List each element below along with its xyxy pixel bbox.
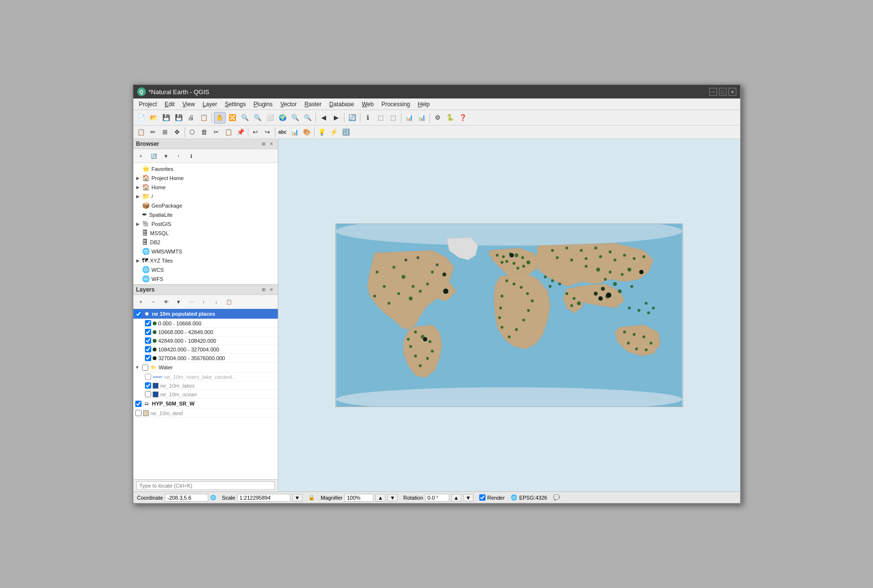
menu-help[interactable]: Help (414, 100, 434, 109)
layer-pop-sub-2[interactable]: 42849.000 - 108420.000 (143, 336, 278, 345)
redo-btn[interactable]: ↪ (262, 126, 273, 138)
rotation-up-btn[interactable]: ▲ (451, 494, 461, 502)
python-btn[interactable]: 🐍 (444, 112, 456, 124)
layer-remove-btn[interactable]: − (148, 296, 159, 308)
layer-pop-sub-3[interactable]: 108420.000 - 327004.000 (143, 345, 278, 354)
zoom-in-btn[interactable]: 🔍 (239, 112, 251, 124)
layer-land-cb[interactable] (135, 410, 142, 416)
layer-populated-places-cb[interactable] (135, 311, 142, 317)
layer-ocean[interactable]: ne_10m_ocean (143, 390, 278, 399)
action-btn[interactable]: ⚡ (328, 126, 340, 138)
print-layout-btn[interactable]: 🖨 (186, 112, 197, 124)
tree-geopackage[interactable]: 📦 GeoPackage (134, 201, 277, 210)
attr-table-btn[interactable]: 📊 (403, 112, 415, 124)
layer-pop-sub-1[interactable]: 10668.000 - 42849.000 (143, 328, 278, 336)
layer-pop-sub-4[interactable]: 327004.000 - 35676000.000 (143, 354, 278, 363)
menu-view[interactable]: View (179, 100, 199, 109)
browser-filter-btn[interactable]: ▼ (160, 150, 172, 162)
calc-btn[interactable]: 🔢 (340, 126, 352, 138)
layer-populated-places[interactable]: ⬟ ne 10m populated places (133, 309, 278, 319)
undo-btn[interactable]: ↩ (250, 126, 261, 138)
layer-water-group[interactable]: ▼ 📁 Water (133, 363, 278, 373)
digitize-btn[interactable]: ✏ (147, 126, 159, 138)
window-controls[interactable]: ─ □ ✕ (709, 88, 736, 96)
minimize-button[interactable]: ─ (709, 88, 717, 96)
layer-hyp[interactable]: 🗂 HYP_50M_SR_W (133, 399, 278, 409)
layers-panel-controls[interactable]: ⊞ ✕ (260, 286, 275, 293)
save-project-btn[interactable]: 💾 (160, 112, 172, 124)
layer-visibility-btn[interactable]: 👁 (160, 296, 172, 308)
browser-refresh-btn[interactable]: 🔄 (148, 150, 159, 162)
map-area[interactable] (278, 139, 740, 491)
tree-root[interactable]: ▶ 📁 / (134, 192, 277, 201)
tree-wms[interactable]: 🌐 WMS/WMTS (134, 247, 277, 256)
identify-btn[interactable]: ℹ (362, 112, 374, 124)
layer-down-btn[interactable]: ↓ (211, 296, 222, 308)
node-tool-btn[interactable]: ⬡ (186, 126, 198, 138)
browser-info-btn[interactable]: ℹ (186, 150, 197, 162)
move-feature-btn[interactable]: ✥ (172, 126, 183, 138)
layer-pop-sub-0-cb[interactable] (145, 320, 151, 326)
magnifier-input[interactable] (344, 494, 373, 502)
tree-postgis[interactable]: ▶ 🐘 PostGIS (134, 219, 277, 228)
statistics-btn[interactable]: 📊 (416, 112, 428, 124)
scale-input[interactable] (237, 494, 290, 502)
menu-plugins[interactable]: Plugins (250, 100, 276, 109)
browser-close-btn[interactable]: ✕ (268, 140, 275, 147)
zoom-rubber-btn[interactable]: ⬜ (264, 112, 276, 124)
tree-mssql[interactable]: 🗄 MSSQL (134, 228, 277, 238)
menu-web[interactable]: Web (358, 100, 377, 109)
open-project-btn[interactable]: 📂 (148, 112, 159, 124)
paste-btn[interactable]: 📌 (235, 126, 246, 138)
layer-lakes[interactable]: ne_10m_lakes (143, 381, 278, 390)
menu-database[interactable]: Database (326, 100, 358, 109)
magnifier-down-btn[interactable]: ▼ (387, 494, 398, 502)
layer-pop-sub-3-cb[interactable] (145, 346, 151, 352)
layer-filter-btn[interactable]: ▼ (173, 296, 185, 308)
render-cb[interactable] (479, 494, 486, 501)
pan-back-btn[interactable]: ◀ (318, 112, 329, 124)
layer-land[interactable]: ne_10m_land (133, 409, 278, 418)
zoom-out-btn[interactable]: 🔍 (252, 112, 263, 124)
menu-vector[interactable]: Vector (276, 100, 301, 109)
add-feature-btn[interactable]: ⊞ (159, 126, 171, 138)
tree-project-home[interactable]: ▶ 🏠 Project Home (134, 173, 277, 182)
messages-item[interactable]: 💬 (553, 494, 560, 501)
layer-pop-sub-4-cb[interactable] (145, 355, 151, 361)
menu-project[interactable]: Project (135, 100, 161, 109)
locate-input[interactable] (136, 481, 275, 490)
layer-up-btn[interactable]: ↑ (198, 296, 210, 308)
browser-float-btn[interactable]: ⊞ (260, 140, 267, 147)
new-project-btn[interactable]: 📄 (135, 112, 147, 124)
map-tips-btn[interactable]: 💡 (316, 126, 328, 138)
menu-edit[interactable]: Edit (161, 100, 179, 109)
layer-lakes-cb[interactable] (145, 382, 151, 389)
tree-db2[interactable]: 🗄 DB2 (134, 238, 277, 247)
rotation-input[interactable] (425, 494, 449, 502)
layer-table-btn[interactable]: 📋 (223, 296, 235, 308)
tree-wfs[interactable]: 🌐 WFS (134, 274, 277, 283)
magnifier-up-btn[interactable]: ▲ (375, 494, 386, 502)
browser-add-btn[interactable]: + (135, 150, 147, 162)
layer-rivers-cb[interactable] (145, 374, 151, 380)
pan-forward-btn[interactable]: ▶ (330, 112, 342, 124)
refresh-btn[interactable]: 🔄 (346, 112, 358, 124)
delete-selected-btn[interactable]: 🗑 (199, 126, 210, 138)
menu-settings[interactable]: Settings (221, 100, 249, 109)
atlas-btn[interactable]: 📋 (198, 112, 210, 124)
deselect-btn[interactable]: ⬚ (387, 112, 399, 124)
tree-favorites[interactable]: ⭐ Favorites (134, 164, 277, 173)
help-btn[interactable]: ❓ (457, 112, 469, 124)
maximize-button[interactable]: □ (719, 88, 727, 96)
cut-btn[interactable]: ✂ (211, 126, 222, 138)
close-button[interactable]: ✕ (729, 88, 736, 96)
layer-hyp-cb[interactable] (135, 401, 142, 407)
layer-theme-btn[interactable]: ⋯ (186, 296, 197, 308)
layer-ocean-cb[interactable] (145, 391, 151, 397)
render-item[interactable]: Render (479, 494, 505, 501)
layer-pop-sub-0[interactable]: 0.000 - 10668.000 (143, 319, 278, 328)
zoom-layer-btn[interactable]: 🔍 (289, 112, 301, 124)
edit-layer-btn[interactable]: 📋 (135, 126, 147, 138)
tree-spatialite[interactable]: ✒ SpatiaLite (134, 210, 277, 219)
tree-wcs[interactable]: 🌐 WCS (134, 265, 277, 274)
